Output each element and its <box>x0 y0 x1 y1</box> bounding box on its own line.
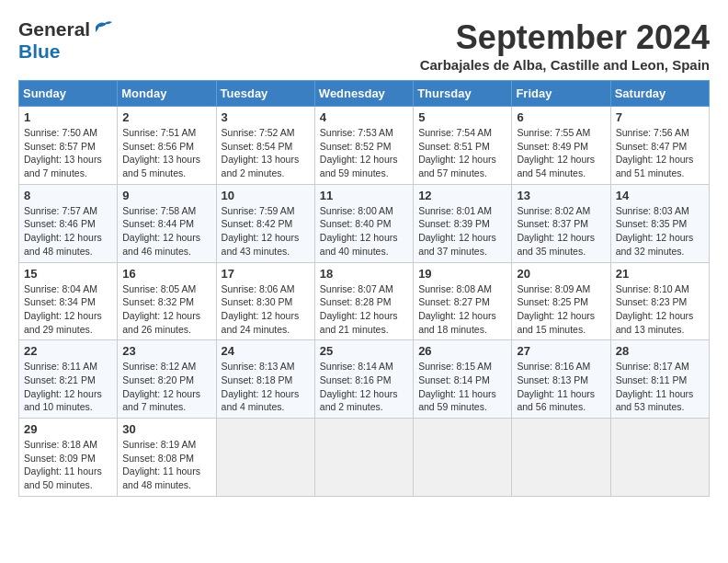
calendar-cell <box>610 419 709 497</box>
day-number: 21 <box>616 267 704 281</box>
day-info: Sunrise: 8:17 AMSunset: 8:11 PMDaylight:… <box>616 361 694 412</box>
calendar-cell <box>314 419 413 497</box>
day-number: 30 <box>122 422 210 436</box>
day-number: 13 <box>517 189 605 202</box>
day-info: Sunrise: 8:07 AMSunset: 8:28 PMDaylight:… <box>320 283 398 335</box>
calendar-cell: 6 Sunrise: 7:55 AMSunset: 8:49 PMDayligh… <box>512 107 610 185</box>
day-info: Sunrise: 7:58 AMSunset: 8:44 PMDaylight:… <box>122 205 200 257</box>
calendar-week-4: 22 Sunrise: 8:11 AMSunset: 8:21 PMDaylig… <box>19 340 710 419</box>
day-info: Sunrise: 7:52 AMSunset: 8:54 PMDaylight:… <box>222 127 300 178</box>
calendar-cell: 9 Sunrise: 7:58 AMSunset: 8:44 PMDayligh… <box>118 184 216 262</box>
logo: General Blue <box>18 18 112 63</box>
day-info: Sunrise: 8:14 AMSunset: 8:16 PMDaylight:… <box>320 361 398 412</box>
day-number: 6 <box>517 110 605 124</box>
calendar-cell: 17 Sunrise: 8:06 AMSunset: 8:30 PMDaylig… <box>216 262 314 340</box>
day-number: 16 <box>122 267 210 281</box>
calendar-cell <box>414 419 512 497</box>
day-info: Sunrise: 8:12 AMSunset: 8:20 PMDaylight:… <box>122 361 200 412</box>
location-subtitle: Carbajales de Alba, Castille and Leon, S… <box>420 57 710 73</box>
day-info: Sunrise: 8:13 AMSunset: 8:18 PMDaylight:… <box>222 361 300 412</box>
day-number: 18 <box>320 267 408 281</box>
day-info: Sunrise: 8:05 AMSunset: 8:32 PMDaylight:… <box>122 283 200 335</box>
day-number: 25 <box>320 344 408 358</box>
calendar-cell: 8 Sunrise: 7:57 AMSunset: 8:46 PMDayligh… <box>19 184 118 262</box>
day-info: Sunrise: 8:09 AMSunset: 8:25 PMDaylight:… <box>517 283 595 335</box>
day-number: 22 <box>24 344 112 358</box>
day-number: 23 <box>122 344 210 358</box>
calendar-cell: 14 Sunrise: 8:03 AMSunset: 8:35 PMDaylig… <box>610 184 709 262</box>
day-info: Sunrise: 8:16 AMSunset: 8:13 PMDaylight:… <box>517 361 595 412</box>
day-number: 3 <box>222 110 310 124</box>
calendar-cell: 13 Sunrise: 8:02 AMSunset: 8:37 PMDaylig… <box>512 184 610 262</box>
calendar-cell: 24 Sunrise: 8:13 AMSunset: 8:18 PMDaylig… <box>216 340 314 419</box>
day-info: Sunrise: 7:55 AMSunset: 8:49 PMDaylight:… <box>517 127 595 178</box>
calendar-week-3: 15 Sunrise: 8:04 AMSunset: 8:34 PMDaylig… <box>19 262 710 340</box>
day-info: Sunrise: 8:04 AMSunset: 8:34 PMDaylight:… <box>24 283 102 335</box>
day-info: Sunrise: 7:54 AMSunset: 8:51 PMDaylight:… <box>418 127 496 178</box>
calendar-cell: 15 Sunrise: 8:04 AMSunset: 8:34 PMDaylig… <box>19 262 118 340</box>
calendar-week-2: 8 Sunrise: 7:57 AMSunset: 8:46 PMDayligh… <box>19 184 710 262</box>
calendar-cell: 22 Sunrise: 8:11 AMSunset: 8:21 PMDaylig… <box>19 340 118 419</box>
day-number: 1 <box>24 110 112 124</box>
calendar-cell: 10 Sunrise: 7:59 AMSunset: 8:42 PMDaylig… <box>216 184 314 262</box>
weekday-header-monday: Monday <box>118 81 216 107</box>
weekday-header-thursday: Thursday <box>414 81 512 107</box>
day-info: Sunrise: 7:51 AMSunset: 8:56 PMDaylight:… <box>122 127 200 178</box>
day-number: 7 <box>616 110 704 124</box>
day-number: 24 <box>222 344 310 358</box>
day-info: Sunrise: 7:57 AMSunset: 8:46 PMDaylight:… <box>24 205 102 257</box>
day-number: 28 <box>616 344 704 358</box>
calendar-cell: 19 Sunrise: 8:08 AMSunset: 8:27 PMDaylig… <box>414 262 512 340</box>
calendar-cell: 7 Sunrise: 7:56 AMSunset: 8:47 PMDayligh… <box>610 107 709 185</box>
weekday-header-sunday: Sunday <box>19 81 118 107</box>
day-info: Sunrise: 8:15 AMSunset: 8:14 PMDaylight:… <box>418 361 496 412</box>
weekday-header-friday: Friday <box>512 81 610 107</box>
day-number: 9 <box>122 189 210 202</box>
day-number: 8 <box>24 189 112 202</box>
logo-general-text: General <box>18 18 90 40</box>
weekday-header-wednesday: Wednesday <box>314 81 413 107</box>
weekday-header-tuesday: Tuesday <box>216 81 314 107</box>
day-number: 10 <box>222 189 310 202</box>
calendar-week-1: 1 Sunrise: 7:50 AMSunset: 8:57 PMDayligh… <box>19 107 710 185</box>
calendar-table: SundayMondayTuesdayWednesdayThursdayFrid… <box>18 80 710 497</box>
calendar-cell: 4 Sunrise: 7:53 AMSunset: 8:52 PMDayligh… <box>314 107 413 185</box>
calendar-cell: 11 Sunrise: 8:00 AMSunset: 8:40 PMDaylig… <box>314 184 413 262</box>
weekday-header-row: SundayMondayTuesdayWednesdayThursdayFrid… <box>19 81 710 107</box>
weekday-header-saturday: Saturday <box>610 81 709 107</box>
day-number: 12 <box>418 189 506 202</box>
calendar-cell <box>512 419 610 497</box>
day-info: Sunrise: 7:50 AMSunset: 8:57 PMDaylight:… <box>24 127 102 178</box>
page-header: General Blue September 2024 Carbajales d… <box>18 18 710 73</box>
day-number: 15 <box>24 267 112 281</box>
day-number: 26 <box>418 344 506 358</box>
month-title: September 2024 <box>420 18 710 57</box>
calendar-cell: 1 Sunrise: 7:50 AMSunset: 8:57 PMDayligh… <box>19 107 118 185</box>
day-info: Sunrise: 8:02 AMSunset: 8:37 PMDaylight:… <box>517 205 595 257</box>
calendar-cell: 5 Sunrise: 7:54 AMSunset: 8:51 PMDayligh… <box>414 107 512 185</box>
day-number: 5 <box>418 110 506 124</box>
day-info: Sunrise: 8:06 AMSunset: 8:30 PMDaylight:… <box>222 283 300 335</box>
day-info: Sunrise: 8:08 AMSunset: 8:27 PMDaylight:… <box>418 283 496 335</box>
calendar-cell: 26 Sunrise: 8:15 AMSunset: 8:14 PMDaylig… <box>414 340 512 419</box>
calendar-cell: 23 Sunrise: 8:12 AMSunset: 8:20 PMDaylig… <box>118 340 216 419</box>
calendar-cell <box>216 419 314 497</box>
calendar-cell: 12 Sunrise: 8:01 AMSunset: 8:39 PMDaylig… <box>414 184 512 262</box>
calendar-cell: 27 Sunrise: 8:16 AMSunset: 8:13 PMDaylig… <box>512 340 610 419</box>
calendar-cell: 3 Sunrise: 7:52 AMSunset: 8:54 PMDayligh… <box>216 107 314 185</box>
day-number: 14 <box>616 189 704 202</box>
calendar-cell: 2 Sunrise: 7:51 AMSunset: 8:56 PMDayligh… <box>118 107 216 185</box>
day-info: Sunrise: 8:11 AMSunset: 8:21 PMDaylight:… <box>24 361 102 412</box>
title-area: September 2024 Carbajales de Alba, Casti… <box>420 18 710 73</box>
day-number: 27 <box>517 344 605 358</box>
calendar-cell: 18 Sunrise: 8:07 AMSunset: 8:28 PMDaylig… <box>314 262 413 340</box>
day-number: 29 <box>24 422 112 436</box>
logo-blue-text: Blue <box>18 40 61 62</box>
day-info: Sunrise: 8:10 AMSunset: 8:23 PMDaylight:… <box>616 283 694 335</box>
day-info: Sunrise: 7:56 AMSunset: 8:47 PMDaylight:… <box>616 127 694 178</box>
logo-bird-icon <box>92 19 112 36</box>
day-info: Sunrise: 8:19 AMSunset: 8:08 PMDaylight:… <box>122 439 200 490</box>
calendar-cell: 28 Sunrise: 8:17 AMSunset: 8:11 PMDaylig… <box>610 340 709 419</box>
calendar-cell: 16 Sunrise: 8:05 AMSunset: 8:32 PMDaylig… <box>118 262 216 340</box>
calendar-cell: 21 Sunrise: 8:10 AMSunset: 8:23 PMDaylig… <box>610 262 709 340</box>
